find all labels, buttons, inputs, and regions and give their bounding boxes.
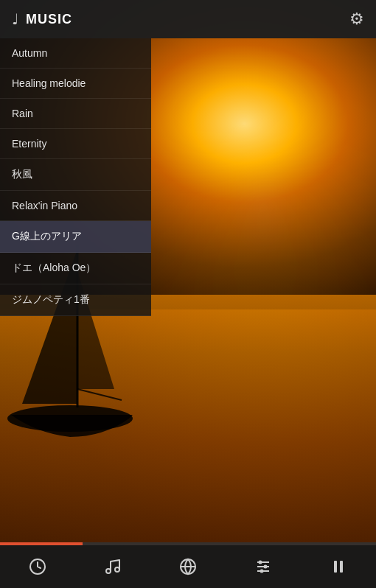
header-bar: ♩ MUSIC ⚙ — [0, 0, 376, 38]
svg-point-6 — [106, 569, 111, 573]
globe-button[interactable] — [172, 550, 204, 583]
pause-button[interactable] — [322, 550, 355, 583]
equalizer-button[interactable] — [247, 550, 279, 583]
history-button[interactable] — [21, 550, 54, 583]
music-note-icon: ♩ — [12, 10, 18, 28]
svg-rect-15 — [334, 561, 337, 573]
svg-point-13 — [264, 565, 268, 569]
svg-point-12 — [259, 561, 262, 564]
header-left: ♩ MUSIC — [12, 10, 72, 28]
playlist-item-6[interactable]: Relax'in Piano — [0, 191, 151, 221]
playlist-item-3[interactable]: Rain — [0, 99, 151, 129]
header-title: MUSIC — [26, 12, 72, 27]
playlist-item-5[interactable]: 秋風 — [0, 159, 151, 191]
playlist-item-4[interactable]: Eternity — [0, 129, 151, 159]
svg-rect-16 — [340, 561, 343, 573]
playlist-item-7[interactable]: G線上のアリア — [0, 221, 151, 253]
music-library-button[interactable] — [97, 550, 129, 583]
svg-line-3 — [77, 389, 122, 400]
svg-point-7 — [115, 567, 119, 572]
controls-bar — [0, 545, 376, 588]
svg-point-14 — [260, 570, 264, 573]
playlist-item-9[interactable]: ジムノペティ1番 — [0, 284, 151, 316]
playlist-item-1[interactable]: Autumn — [0, 38, 151, 69]
gear-icon[interactable]: ⚙ — [349, 10, 364, 29]
playlist-panel: AutumnHealing melodieRainEternity秋風Relax… — [0, 38, 151, 316]
playlist-item-8[interactable]: ドエ（Aloha Oe） — [0, 253, 151, 284]
playlist-item-2[interactable]: Healing melodie — [0, 69, 151, 99]
